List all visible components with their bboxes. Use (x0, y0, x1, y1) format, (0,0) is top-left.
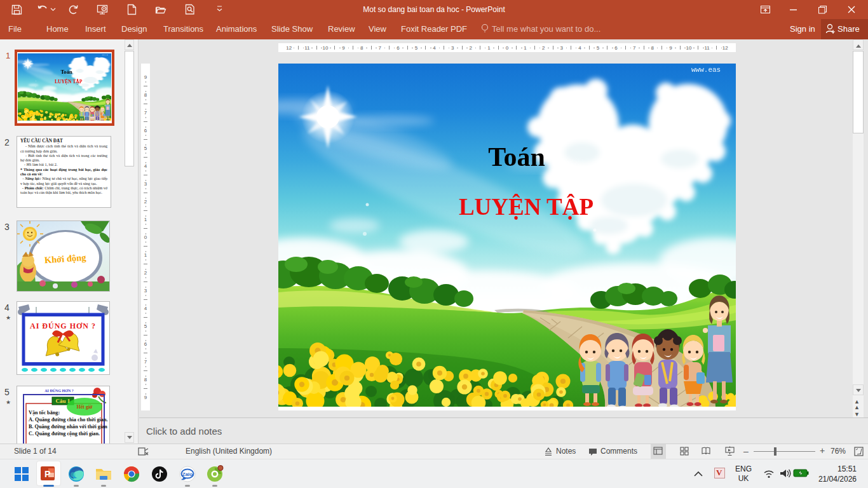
svg-text:AI ĐÚNG HƠN ?: AI ĐÚNG HƠN ? (44, 388, 74, 393)
svg-text:B. Quãng đường nhân với thời g: B. Quãng đường nhân với thời gian (29, 424, 107, 430)
svg-text:www.eas: www.eas (102, 54, 109, 56)
svg-text:LUYỆN TẬP: LUYỆN TẬP (459, 194, 593, 220)
svg-text:C. Quãng đường cộng thời gian.: C. Quãng đường cộng thời gian. (29, 431, 100, 437)
svg-text:Toán: Toán (488, 142, 545, 172)
svg-text:Hết giờ: Hết giờ (76, 404, 93, 410)
svg-text:A. Quãng đường chia cho thời g: A. Quãng đường chia cho thời gian. (29, 417, 108, 423)
svg-text:Vận tốc bằng:: Vận tốc bằng: (29, 410, 60, 416)
svg-text:P: P (44, 469, 50, 479)
svg-text:AI ĐÚNG HƠN ?: AI ĐÚNG HƠN ? (30, 322, 96, 330)
svg-text:Zalo: Zalo (182, 471, 193, 477)
svg-text:Toán: Toán (60, 69, 72, 75)
svg-text:www.eas: www.eas (691, 66, 721, 74)
svg-text:LUYỆN TẬP: LUYỆN TẬP (55, 79, 83, 85)
